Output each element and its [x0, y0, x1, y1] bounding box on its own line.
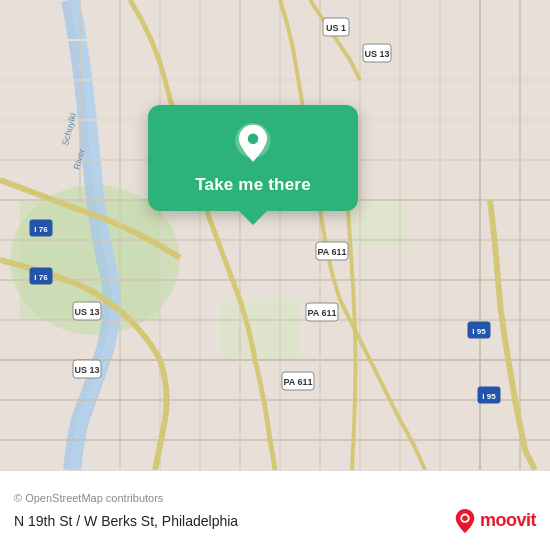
bottom-bar: © OpenStreetMap contributors N 19th St /…: [0, 470, 550, 550]
svg-text:I 95: I 95: [482, 392, 496, 401]
moovit-logo: moovit: [454, 508, 536, 534]
map-container: US 1 US 13 US 13 I 76 I 76 US 13 US 13 P…: [0, 0, 550, 470]
svg-text:I 76: I 76: [34, 225, 48, 234]
attribution-text: © OpenStreetMap contributors: [14, 492, 536, 504]
map-svg: US 1 US 13 US 13 I 76 I 76 US 13 US 13 P…: [0, 0, 550, 470]
svg-text:US 13: US 13: [364, 49, 389, 59]
svg-rect-3: [220, 300, 300, 360]
svg-point-56: [248, 134, 259, 145]
location-pin-icon: [231, 123, 275, 167]
location-row: N 19th St / W Berks St, Philadelphia moo…: [14, 508, 536, 534]
svg-text:US 13: US 13: [74, 365, 99, 375]
svg-text:PA 611: PA 611: [307, 308, 336, 318]
svg-text:I 95: I 95: [472, 327, 486, 336]
svg-text:I 76: I 76: [34, 273, 48, 282]
svg-text:PA 611: PA 611: [283, 377, 312, 387]
moovit-brand-text: moovit: [480, 510, 536, 531]
svg-rect-4: [350, 200, 410, 250]
moovit-pin-icon: [454, 508, 476, 534]
take-me-there-button[interactable]: Take me there: [195, 175, 311, 195]
svg-text:US 1: US 1: [326, 23, 346, 33]
location-text: N 19th St / W Berks St, Philadelphia: [14, 513, 238, 529]
svg-text:US 13: US 13: [74, 307, 99, 317]
popup-card[interactable]: Take me there: [148, 105, 358, 211]
svg-point-58: [462, 515, 468, 521]
svg-text:PA 611: PA 611: [317, 247, 346, 257]
